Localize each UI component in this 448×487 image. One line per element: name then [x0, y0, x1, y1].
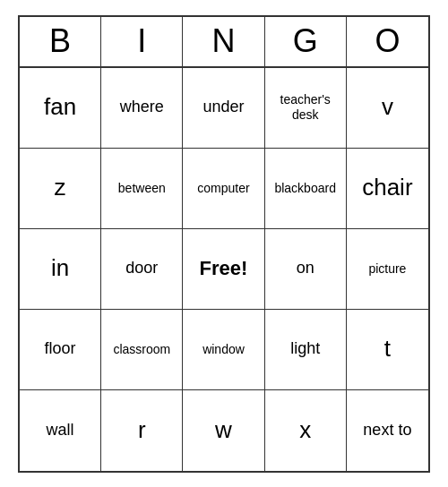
bingo-cell: t [347, 310, 428, 390]
bingo-cell: next to [347, 390, 428, 471]
header-letter: N [183, 17, 264, 66]
bingo-cell: floor [20, 310, 101, 390]
bingo-cell: fan [20, 68, 101, 149]
bingo-cell: z [20, 149, 101, 229]
bingo-header: BINGO [20, 17, 428, 68]
bingo-cell: teacher's desk [265, 68, 347, 149]
bingo-cell: x [265, 390, 347, 471]
bingo-cell: on [265, 229, 347, 310]
header-letter: O [347, 17, 428, 66]
bingo-card: BINGO fanwhereunderteacher's deskvzbetwe… [18, 15, 430, 473]
bingo-cell: v [347, 68, 428, 149]
bingo-cell: chair [347, 149, 428, 229]
header-letter: G [265, 17, 347, 66]
bingo-cell: classroom [101, 310, 183, 390]
bingo-cell: blackboard [265, 149, 347, 229]
bingo-cell: Free! [183, 229, 264, 310]
bingo-cell: picture [347, 229, 428, 310]
bingo-cell: window [183, 310, 264, 390]
bingo-cell: light [265, 310, 347, 390]
bingo-cell: computer [183, 149, 264, 229]
bingo-cell: where [101, 68, 183, 149]
bingo-cell: in [20, 229, 101, 310]
bingo-cell: wall [20, 390, 101, 471]
bingo-cell: w [183, 390, 264, 471]
header-letter: I [101, 17, 183, 66]
bingo-cell: r [101, 390, 183, 471]
bingo-cell: between [101, 149, 183, 229]
bingo-grid: fanwhereunderteacher's deskvzbetweencomp… [20, 68, 428, 471]
header-letter: B [20, 17, 101, 66]
bingo-cell: door [101, 229, 183, 310]
bingo-cell: under [183, 68, 264, 149]
